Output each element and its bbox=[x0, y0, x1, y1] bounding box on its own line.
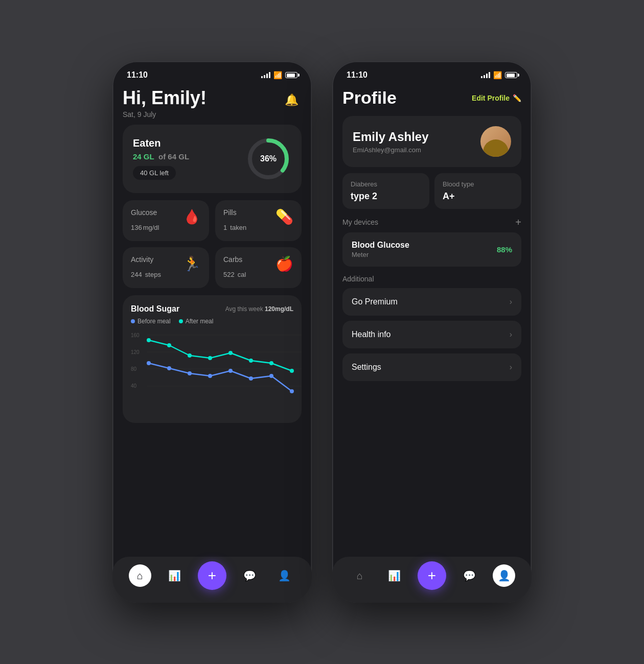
glucose-left: Glucose 136mg/dl bbox=[131, 208, 159, 233]
nav-chat-button[interactable]: 💬 bbox=[239, 564, 261, 587]
activity-label: Activity bbox=[131, 255, 161, 264]
time-2: 11:10 bbox=[347, 70, 367, 80]
user-icon: 👤 bbox=[278, 570, 291, 582]
pills-card[interactable]: Pills 1 taken 💊 bbox=[215, 200, 302, 241]
svg-point-13 bbox=[208, 356, 212, 360]
carbs-card[interactable]: Carbs 522 cal 🍎 bbox=[215, 247, 302, 288]
plus-icon-2: + bbox=[428, 567, 436, 584]
svg-point-17 bbox=[290, 369, 294, 373]
status-icons-2: 📶 bbox=[481, 71, 517, 79]
chat-icon: 💬 bbox=[243, 570, 256, 582]
user-card: Emily Ashley EmiAshley@gmail.com bbox=[342, 116, 521, 167]
diabetes-card: Diaberes type 2 bbox=[342, 173, 429, 209]
device-sub: Meter bbox=[352, 251, 409, 258]
home-icon: ⌂ bbox=[137, 570, 143, 582]
chevron-right-icon-3: › bbox=[510, 363, 512, 372]
carbs-left: Carbs 522 cal bbox=[223, 255, 246, 280]
status-bar-1: 11:10 📶 bbox=[112, 61, 312, 84]
svg-text:80: 80 bbox=[131, 366, 137, 372]
chart-legend: Before meal After meal bbox=[131, 318, 293, 325]
bell-button[interactable]: 🔔 bbox=[281, 90, 302, 110]
nav-user-button-2[interactable]: 👤 bbox=[493, 564, 515, 587]
chart-avg: Avg this week 120mg/dL bbox=[225, 305, 293, 313]
svg-point-24 bbox=[269, 374, 273, 378]
eaten-amount: 24 GL bbox=[133, 152, 154, 161]
chart-svg: 160 120 80 40 bbox=[131, 330, 302, 412]
svg-point-18 bbox=[147, 361, 151, 365]
activity-icon: 🏃 bbox=[183, 255, 201, 272]
eaten-left: Eaten 24 GL of 64 GL 40 GL left bbox=[133, 137, 189, 180]
go-premium-label: Go Premium bbox=[352, 297, 398, 306]
pencil-icon: ✏️ bbox=[513, 94, 521, 102]
glucose-value: 136mg/dl bbox=[131, 220, 159, 233]
nav-chat-button-2[interactable]: 💬 bbox=[458, 564, 481, 587]
bottom-nav-2: ⌂ 📊 + 💬 👤 bbox=[332, 557, 532, 603]
user-info: Emily Ashley EmiAshley@gmail.com bbox=[353, 130, 429, 154]
nav-plus-button-2[interactable]: + bbox=[418, 561, 446, 590]
greeting-text: Hi, Emily! Sat, 9 July bbox=[123, 88, 206, 118]
svg-point-19 bbox=[167, 366, 171, 370]
signal-icon bbox=[261, 72, 270, 78]
svg-point-25 bbox=[290, 389, 294, 393]
health-info-label: Health info bbox=[352, 330, 391, 339]
blood-sugar-chart: Blood Sugar Avg this week 120mg/dL Befor… bbox=[123, 295, 302, 423]
go-premium-item[interactable]: Go Premium › bbox=[342, 288, 521, 316]
diabetes-label: Diaberes bbox=[351, 180, 421, 188]
additional-label: Additional bbox=[342, 275, 374, 283]
activity-card[interactable]: Activity 244 steps 🏃 bbox=[123, 247, 209, 288]
svg-point-11 bbox=[167, 343, 171, 347]
settings-item[interactable]: Settings › bbox=[342, 353, 521, 381]
profile-header: Profile Edit Profile ✏️ bbox=[342, 84, 521, 116]
legend-after: After meal bbox=[179, 318, 214, 325]
additional-section-header: Additional bbox=[342, 275, 521, 283]
svg-text:40: 40 bbox=[131, 383, 137, 389]
svg-point-10 bbox=[147, 338, 151, 342]
phone2-content: Profile Edit Profile ✏️ Emily Ashley Emi… bbox=[332, 84, 532, 381]
wifi-icon-2: 📶 bbox=[493, 71, 502, 79]
pills-value: 1 taken bbox=[223, 220, 246, 233]
menu-section: Go Premium › Health info › Settings › bbox=[342, 288, 521, 381]
device-card[interactable]: Blood Glucose Meter 88% bbox=[342, 232, 521, 267]
nav-user-button[interactable]: 👤 bbox=[273, 564, 295, 587]
plus-icon: + bbox=[208, 567, 216, 584]
svg-point-16 bbox=[269, 361, 273, 365]
svg-point-22 bbox=[228, 369, 233, 373]
stats-grid: Glucose 136mg/dl 🩸 Pills 1 taken bbox=[123, 200, 302, 288]
chart-icon-2: 📊 bbox=[388, 570, 401, 582]
nav-chart-button[interactable]: 📊 bbox=[163, 564, 186, 587]
donut-label: 36% bbox=[260, 154, 277, 163]
chevron-right-icon-2: › bbox=[510, 330, 512, 339]
time-1: 11:10 bbox=[127, 70, 148, 80]
health-info-item[interactable]: Health info › bbox=[342, 321, 521, 348]
user-name: Emily Ashley bbox=[353, 130, 429, 144]
device-row: Blood Glucose Meter 88% bbox=[352, 241, 512, 258]
phone-dashboard: 11:10 📶 Hi, Emily! Sat, 9 J bbox=[112, 61, 312, 603]
eaten-of: of 64 GL bbox=[158, 152, 189, 161]
blood-type-value: A+ bbox=[443, 191, 513, 202]
blood-type-card: Blood type A+ bbox=[434, 173, 521, 209]
diabetes-value: type 2 bbox=[351, 191, 421, 202]
legend-before: Before meal bbox=[131, 318, 171, 325]
pills-label: Pills bbox=[223, 208, 246, 217]
greeting-section: Hi, Emily! Sat, 9 July 🔔 bbox=[123, 84, 302, 123]
eaten-gl: 24 GL of 64 GL bbox=[133, 152, 189, 161]
svg-text:120: 120 bbox=[131, 349, 140, 355]
user-icon-2: 👤 bbox=[498, 570, 511, 582]
nav-home-button[interactable]: ⌂ bbox=[129, 564, 151, 587]
device-name: Blood Glucose bbox=[352, 241, 409, 250]
status-bar-2: 11:10 📶 bbox=[332, 61, 532, 84]
nav-plus-button[interactable]: + bbox=[198, 561, 226, 590]
nav-home-button-2[interactable]: ⌂ bbox=[349, 564, 371, 587]
chat-icon-2: 💬 bbox=[463, 570, 476, 582]
add-device-button[interactable]: + bbox=[515, 217, 521, 227]
edit-profile-button[interactable]: Edit Profile ✏️ bbox=[472, 94, 521, 102]
device-info: Blood Glucose Meter bbox=[352, 241, 409, 258]
glucose-card[interactable]: Glucose 136mg/dl 🩸 bbox=[123, 200, 209, 241]
eaten-card: Eaten 24 GL of 64 GL 40 GL left 36% bbox=[123, 125, 302, 193]
nav-chart-button-2[interactable]: 📊 bbox=[383, 564, 405, 587]
status-icons-1: 📶 bbox=[261, 71, 297, 79]
chart-header: Blood Sugar Avg this week 120mg/dL bbox=[131, 304, 293, 314]
eaten-title: Eaten bbox=[133, 137, 189, 149]
eaten-badge: 40 GL left bbox=[133, 166, 176, 180]
svg-point-15 bbox=[249, 359, 253, 363]
